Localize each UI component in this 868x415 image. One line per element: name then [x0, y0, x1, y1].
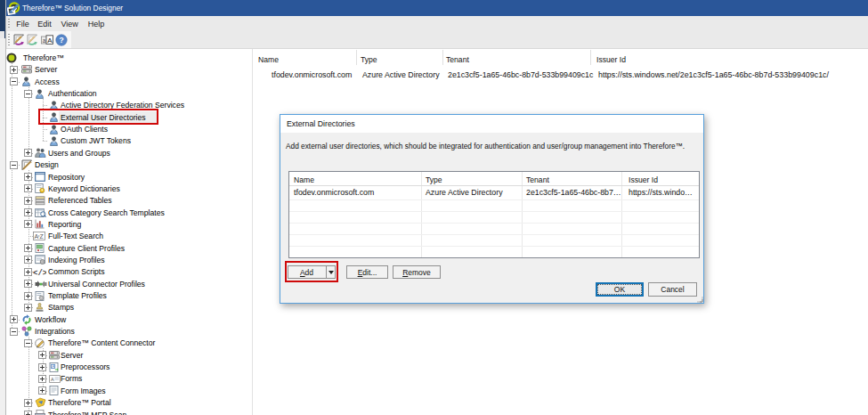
- svg-text:A: A: [47, 37, 53, 45]
- svg-text:Z: Z: [40, 233, 45, 240]
- svg-text:A: A: [35, 233, 39, 240]
- svg-text:</>: </>: [33, 269, 46, 277]
- svg-text:A: A: [51, 376, 54, 381]
- svg-text:A: A: [52, 363, 54, 368]
- svg-text:?: ?: [60, 36, 64, 45]
- svg-text:a: a: [43, 37, 46, 44]
